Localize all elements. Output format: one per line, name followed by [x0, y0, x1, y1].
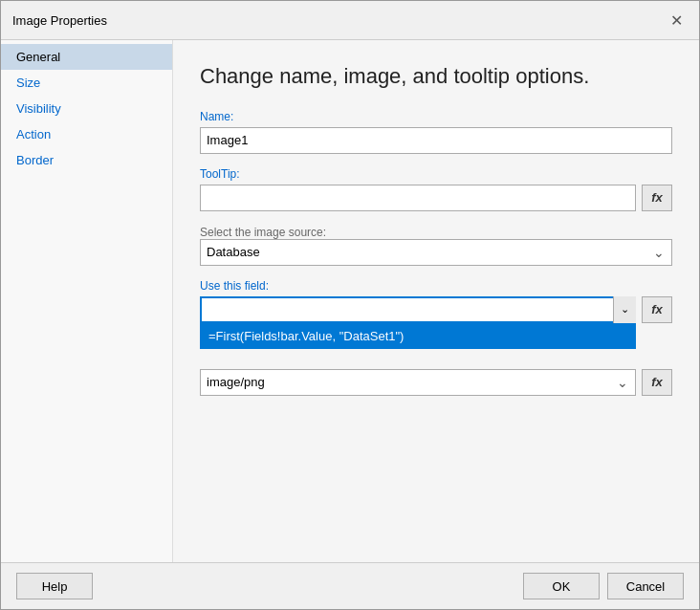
sidebar-item-border[interactable]: Border	[1, 147, 172, 173]
cancel-button[interactable]: Cancel	[607, 573, 684, 599]
ok-button[interactable]: OK	[523, 573, 600, 599]
dialog-body: General Size Visibility Action Border Ch…	[1, 40, 699, 562]
image-source-field-group: Select the image source: Database Extern…	[200, 225, 672, 266]
use-field-label: Use this field:	[200, 279, 672, 293]
mime-row: image/png image/jpeg image/gif image/bmp…	[200, 369, 672, 396]
tooltip-fx-button[interactable]: fx	[642, 185, 672, 211]
mime-select[interactable]: image/png image/jpeg image/gif image/bmp	[200, 369, 636, 396]
close-button[interactable]: ✕	[665, 9, 688, 32]
sidebar-item-action[interactable]: Action	[1, 121, 172, 147]
image-source-label: Select the image source:	[200, 226, 326, 239]
help-button[interactable]: Help	[16, 573, 93, 599]
use-field-dropdown-arrow[interactable]: ⌄	[613, 296, 636, 323]
use-field-group: Use this field: ⌄ =First(Fields!bar.Valu…	[200, 279, 672, 323]
footer-right-buttons: OK Cancel	[523, 573, 684, 599]
image-source-select[interactable]: Database External Embedded	[200, 239, 672, 266]
dialog-title: Image Properties	[12, 13, 107, 28]
sidebar: General Size Visibility Action Border	[1, 40, 173, 562]
image-properties-dialog: Image Properties ✕ General Size Visibili…	[0, 0, 700, 610]
sidebar-item-size[interactable]: Size	[1, 70, 172, 96]
use-field-dropdown-wrapper: ⌄ =First(Fields!bar.Value, "DataSet1")	[200, 296, 636, 323]
title-bar: Image Properties ✕	[1, 1, 699, 40]
sidebar-item-visibility[interactable]: Visibility	[1, 96, 172, 121]
mime-field-group: image/png image/jpeg image/gif image/bmp…	[200, 369, 672, 396]
use-field-dropdown-list: =First(Fields!bar.Value, "DataSet1")	[200, 323, 636, 349]
sidebar-item-general[interactable]: General	[1, 44, 172, 70]
dialog-footer: Help OK Cancel	[1, 562, 699, 609]
use-field-row: ⌄ =First(Fields!bar.Value, "DataSet1") f…	[200, 296, 672, 323]
tooltip-label: ToolTip:	[200, 167, 672, 181]
main-content: Change name, image, and tooltip options.…	[173, 40, 699, 562]
name-input[interactable]	[200, 127, 672, 154]
mime-fx-button[interactable]: fx	[642, 369, 672, 396]
use-field-input[interactable]	[200, 296, 636, 323]
mime-select-wrapper: image/png image/jpeg image/gif image/bmp	[200, 369, 636, 396]
tooltip-row: fx	[200, 185, 672, 211]
name-label: Name:	[200, 110, 672, 123]
tooltip-input[interactable]	[200, 185, 636, 211]
page-title: Change name, image, and tooltip options.	[200, 63, 672, 91]
dropdown-option-first-fields-bar[interactable]: =First(Fields!bar.Value, "DataSet1")	[201, 324, 635, 348]
image-source-wrapper: Database External Embedded	[200, 239, 672, 266]
name-field-group: Name:	[200, 110, 672, 154]
use-field-fx-button[interactable]: fx	[642, 296, 672, 323]
tooltip-field-group: ToolTip: fx	[200, 167, 672, 211]
